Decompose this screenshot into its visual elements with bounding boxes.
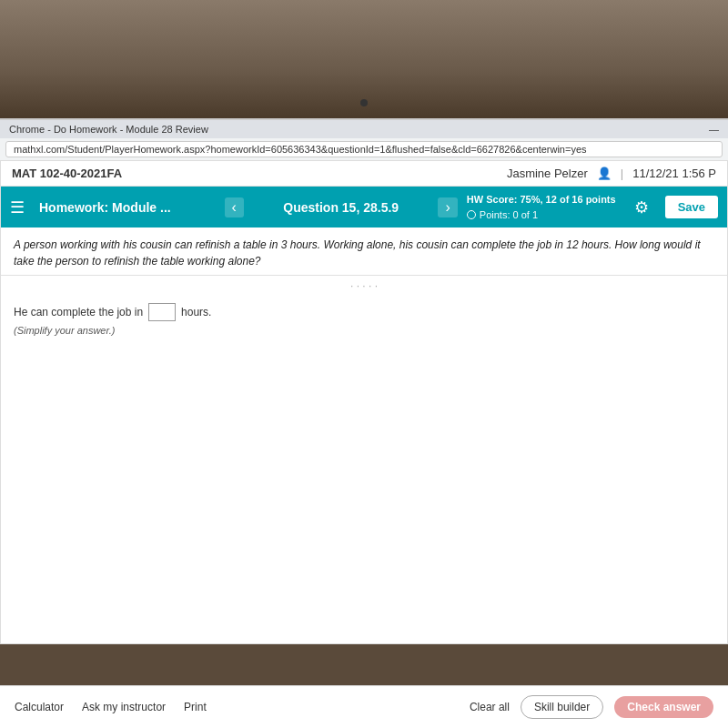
url-bar[interactable]: mathxl.com/Student/PlayerHomework.aspx?h… — [5, 141, 723, 157]
laptop-top-bezel — [0, 0, 728, 118]
bottom-right-buttons: Clear all Skill builder Check answer — [470, 695, 713, 719]
datetime: 11/12/21 1:56 P — [632, 167, 716, 180]
circle-icon — [467, 210, 476, 219]
calculator-button[interactable]: Calculator — [15, 701, 64, 713]
course-name: MAT 102-40-2021FA — [12, 167, 122, 180]
dots-separator: · · · · · — [1, 276, 727, 296]
clear-all-button[interactable]: Clear all — [470, 701, 510, 713]
check-answer-button[interactable]: Check answer — [614, 696, 713, 718]
answer-area: He can complete the job in hours. (Simpl… — [1, 296, 727, 343]
answer-input[interactable] — [148, 303, 176, 321]
skill-builder-button[interactable]: Skill builder — [521, 695, 603, 719]
points-label: Points: 0 of 1 — [480, 207, 538, 223]
bottom-toolbar: Calculator Ask my instructor Print Clear… — [0, 685, 728, 728]
nav-bar: ☰ Homework: Module ... ‹ Question 15, 28… — [1, 187, 727, 228]
course-header: MAT 102-40-2021FA Jasmine Pelzer 👤 | 11/… — [1, 161, 727, 187]
answer-line: He can complete the job in hours. — [14, 303, 714, 321]
print-button[interactable]: Print — [184, 701, 207, 713]
question-label: Question 15, 28.5.9 — [253, 200, 430, 215]
browser-window: Chrome - Do Homework - Module 28 Review … — [0, 118, 728, 644]
hamburger-icon[interactable]: ☰ — [10, 197, 25, 217]
browser-title: Chrome - Do Homework - Module 28 Review — [9, 124, 208, 135]
laptop-camera — [360, 99, 368, 106]
browser-titlebar: Chrome - Do Homework - Module 28 Review … — [0, 120, 728, 138]
points: Points: 0 of 1 — [467, 207, 616, 223]
simplify-text: (Simplify your answer.) — [14, 325, 714, 336]
ask-instructor-button[interactable]: Ask my instructor — [82, 701, 166, 713]
divider: | — [621, 167, 623, 180]
answer-suffix: hours. — [181, 306, 211, 318]
main-content: MAT 102-40-2021FA Jasmine Pelzer 👤 | 11/… — [0, 160, 728, 644]
question-area: A person working with his cousin can ref… — [1, 228, 727, 276]
user-name: Jasmine Pelzer — [507, 167, 588, 180]
score-area: HW Score: 75%, 12 of 16 points Points: 0… — [467, 192, 616, 222]
minimize-button[interactable]: — — [709, 124, 719, 135]
prev-question-button[interactable]: ‹ — [225, 197, 244, 217]
hw-score: HW Score: 75%, 12 of 16 points — [467, 192, 616, 207]
homework-title: Homework: Module ... — [39, 200, 216, 215]
bottom-left-buttons: Calculator Ask my instructor Print — [15, 701, 207, 713]
question-text: A person working with his cousin can ref… — [14, 237, 714, 269]
save-button[interactable]: Save — [665, 196, 718, 218]
work-area — [1, 343, 727, 643]
gear-icon[interactable]: ⚙ — [634, 197, 649, 217]
user-icon: 👤 — [597, 167, 612, 180]
answer-prefix: He can complete the job in — [14, 306, 143, 318]
next-question-button[interactable]: › — [438, 197, 457, 217]
url-text: mathxl.com/Student/PlayerHomework.aspx?h… — [14, 144, 587, 155]
